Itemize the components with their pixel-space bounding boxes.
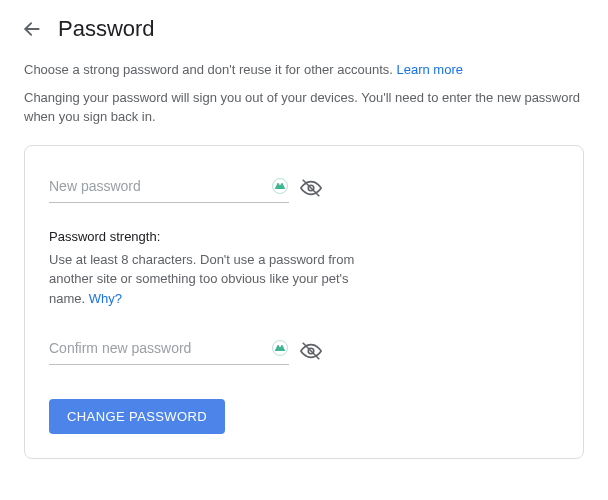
eye-off-icon [300, 340, 322, 362]
eye-off-icon [300, 177, 322, 199]
why-link[interactable]: Why? [89, 291, 122, 306]
strength-label: Password strength: [49, 229, 379, 244]
change-password-button[interactable]: CHANGE PASSWORD [49, 399, 225, 434]
page-header: Password [0, 0, 608, 52]
extension-icon[interactable] [271, 339, 289, 357]
toggle-visibility-confirm[interactable] [299, 339, 323, 363]
arrow-left-icon [22, 19, 42, 39]
new-password-input[interactable] [49, 174, 267, 198]
mountain-icon [272, 340, 288, 356]
strength-description: Use at least 8 characters. Don't use a p… [49, 250, 379, 309]
new-password-row [49, 174, 559, 203]
confirm-password-input[interactable] [49, 336, 267, 360]
extension-icon[interactable] [271, 177, 289, 195]
password-strength-block: Password strength: Use at least 8 charac… [49, 229, 379, 309]
confirm-password-row [49, 336, 559, 365]
mountain-icon [272, 178, 288, 194]
toggle-visibility-new[interactable] [299, 176, 323, 200]
intro-line-1-text: Choose a strong password and don't reuse… [24, 62, 396, 77]
intro-line-1: Choose a strong password and don't reuse… [24, 60, 584, 80]
intro-line-2: Changing your password will sign you out… [24, 88, 584, 127]
confirm-password-wrap [49, 336, 289, 365]
new-password-wrap [49, 174, 289, 203]
learn-more-link[interactable]: Learn more [396, 62, 462, 77]
intro-text: Choose a strong password and don't reuse… [0, 52, 608, 127]
password-card: Password strength: Use at least 8 charac… [24, 145, 584, 460]
page-title: Password [58, 16, 155, 42]
back-button[interactable] [20, 17, 44, 41]
